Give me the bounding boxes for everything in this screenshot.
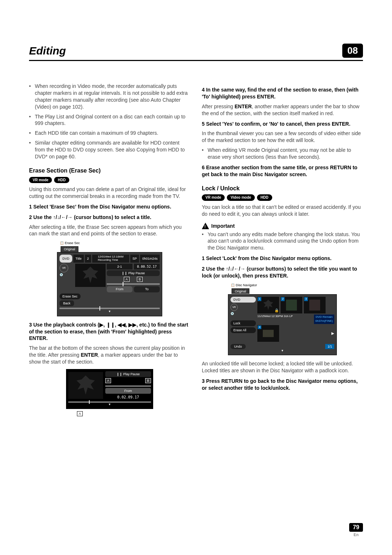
step-4: 4 In the same way, find the end of the s… bbox=[202, 86, 363, 100]
diagram1-tab: Original bbox=[61, 246, 78, 252]
marker-b: B bbox=[145, 378, 151, 383]
thumbnail bbox=[75, 264, 106, 287]
lock-unlock-heading: Lock / Unlock bbox=[202, 185, 363, 193]
bullet-item: When recording in Video mode, the record… bbox=[29, 83, 190, 110]
timecode: 0.02.09.17 bbox=[105, 395, 151, 400]
step-3: 3 Use the playback controls (▶, ❙❙, ◀◀, … bbox=[29, 321, 190, 342]
page-footer: 79 En bbox=[349, 523, 363, 537]
diagram3-tab: Original bbox=[232, 288, 249, 294]
lock-intro-text: You can lock a title so that it can't be… bbox=[202, 204, 363, 218]
from-button[interactable]: From bbox=[105, 388, 151, 394]
bullet-item: Each HDD title can contain a maximum of … bbox=[29, 130, 190, 137]
thumb-4[interactable]: 4 bbox=[257, 325, 279, 342]
after-diagram-text: An unlocked title will become locked; a … bbox=[202, 360, 363, 374]
disc-navigator-diagram: 📋 Disc Navigator Original DVD VR 💿 Lock … bbox=[228, 283, 337, 356]
lock-step-2: 2 Use the ↑/↓/←/→ (cursor buttons) to se… bbox=[202, 266, 363, 279]
from-button[interactable]: From bbox=[107, 286, 132, 292]
title-label: Title bbox=[73, 255, 84, 263]
down-arrow-icon: ▼ bbox=[230, 349, 334, 353]
erase-all-menu-item[interactable]: Erase All bbox=[230, 327, 256, 333]
vr-icon: VR bbox=[230, 304, 238, 311]
disc-icon: 💿 bbox=[60, 273, 74, 277]
page-indicator: 1/1 bbox=[325, 344, 334, 349]
timecode: 0.00.52.17 bbox=[134, 264, 160, 270]
mode-pill-video: Video mode bbox=[227, 194, 255, 201]
warning-icon bbox=[202, 223, 209, 229]
marker-b: B bbox=[137, 277, 143, 282]
lock-menu-item[interactable]: Lock bbox=[230, 320, 256, 326]
right-column: 4 In the same way, find the end of the s… bbox=[202, 83, 363, 422]
step-5: 5 Select 'Yes' to confirm, or 'No' to ca… bbox=[202, 121, 363, 127]
header-rule bbox=[29, 60, 363, 61]
left-column: When recording in Video mode, the record… bbox=[29, 83, 190, 422]
erase-intro-text: Using this command you can delete a part… bbox=[29, 186, 190, 200]
down-arrow-icon: ▼ bbox=[68, 403, 151, 407]
marker-a: A bbox=[105, 378, 111, 383]
disc-icon: 💿 bbox=[230, 312, 256, 316]
step-6: 6 Erase another section from the same ti… bbox=[202, 164, 363, 178]
erase-sec-label: Erase Sec bbox=[60, 293, 81, 299]
back-button[interactable]: Back bbox=[60, 300, 74, 306]
vr-icon: VR bbox=[60, 264, 68, 272]
step-4-detail: After pressing ENTER, another marker app… bbox=[202, 103, 363, 117]
mode-pill-hdd: HDD bbox=[257, 194, 272, 201]
step-3-detail: The bar at the bottom of the screen show… bbox=[29, 345, 190, 365]
marker-a-below: A bbox=[77, 411, 83, 416]
diagram3-title: Disc Navigator bbox=[236, 283, 257, 287]
bullet-item: The Play List and Original content on a … bbox=[29, 113, 190, 127]
mode-pill-vr: VR mode bbox=[202, 194, 225, 201]
dvd-label: DVD bbox=[60, 255, 72, 263]
page-title: Editing bbox=[29, 45, 66, 57]
dvd-label: DVD bbox=[230, 297, 256, 303]
title-number: 2 bbox=[85, 255, 91, 263]
title-info: 11/15Wed 12:30PM 2ch LP bbox=[257, 315, 293, 324]
step-1: 1 Select 'Erase Sec' from the Disc Navig… bbox=[29, 203, 190, 210]
important-bullet: You can't undo any edits made before cha… bbox=[202, 231, 363, 252]
recording-time: 12/01Wed 12:18AM Recording Time bbox=[92, 255, 129, 263]
to-button[interactable]: To bbox=[134, 286, 160, 292]
duration: 0h01m24s bbox=[140, 255, 160, 263]
undo-button[interactable]: Undo bbox=[230, 344, 246, 349]
diagram1-title: Erase Sec bbox=[65, 241, 80, 245]
mode-pill-hdd: HDD bbox=[54, 177, 69, 183]
play-pause-button[interactable]: ❙❙ Play Pause bbox=[107, 270, 160, 276]
sp-label: SP bbox=[130, 255, 139, 263]
mode-pill-vr: VR mode bbox=[29, 177, 52, 183]
play-pause-button[interactable]: ❙❙ Play Pause bbox=[105, 371, 151, 377]
page-number: 79 bbox=[349, 523, 363, 532]
down-arrow-icon: ▼ bbox=[60, 310, 160, 314]
dvd-remain: DVD Remain 0h37m(FINE) bbox=[314, 315, 334, 324]
step-2-detail: After selecting a title, the Erase Sec s… bbox=[29, 224, 190, 238]
important-label: Important bbox=[211, 223, 235, 230]
erase-sec-diagram: 📋 Erase Sec Original DVD Title 2 12/01We… bbox=[57, 241, 162, 316]
playback-position-diagram: ❙❙ Play Pause A B From 0.02.09.17 bbox=[66, 369, 153, 417]
thumb-2[interactable]: 2 bbox=[281, 297, 302, 313]
step-5-detail: In the thumbnail viewer you can see a fe… bbox=[202, 130, 363, 144]
thumb-3[interactable]: 3 bbox=[304, 297, 326, 313]
chapter-value: 2-1 bbox=[107, 264, 132, 270]
thumb-1[interactable]: 1🔒 bbox=[257, 297, 279, 313]
bullet-item: Similar chapter editing commands are ava… bbox=[29, 139, 190, 160]
step-5-bullet: When editing VR mode Original content, y… bbox=[202, 147, 363, 161]
chapter-number-badge: 08 bbox=[342, 44, 363, 58]
marker-a: A bbox=[124, 277, 130, 282]
lock-icon: 🔒 bbox=[274, 308, 279, 313]
lock-step-3: 3 Press RETURN to go back to the Disc Na… bbox=[202, 378, 363, 392]
lock-step-1: 1 Select 'Lock' from the Disc Navigator … bbox=[202, 255, 363, 262]
right-arrow-icon: ▶ bbox=[331, 331, 334, 336]
erase-section-heading: Erase Section (Erase Sec) bbox=[29, 167, 190, 175]
language-label: En bbox=[349, 532, 363, 537]
step-2: 2 Use the ↑/↓/←/→ (cursor buttons) to se… bbox=[29, 214, 190, 221]
thumbnail bbox=[68, 372, 103, 399]
